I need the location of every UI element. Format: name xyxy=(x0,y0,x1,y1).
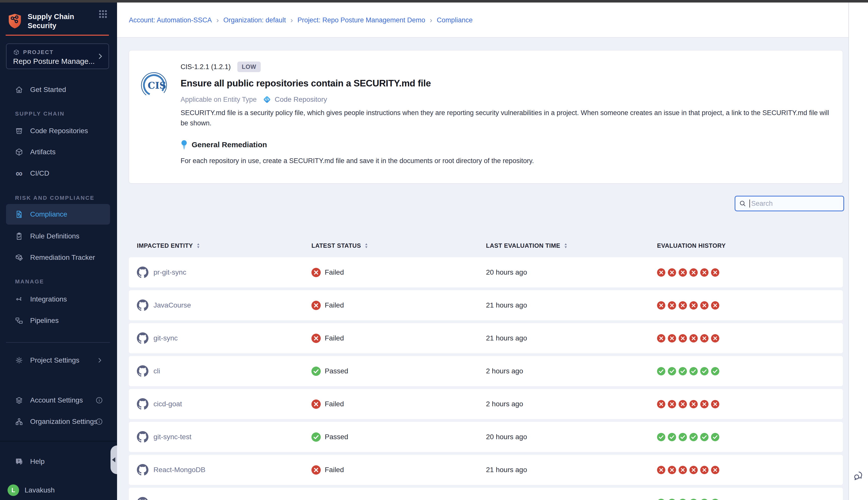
sidebar-collapse-handle[interactable] xyxy=(111,445,117,474)
app-root: Supply Chain Security PROJECT Repo Postu… xyxy=(0,0,868,500)
status-label: Failed xyxy=(325,334,344,342)
history-passed-icon xyxy=(690,433,698,441)
evaluation-history xyxy=(657,422,719,452)
table-row[interactable]: cicd-goat Failed 2 hours ago xyxy=(129,389,843,419)
github-icon xyxy=(137,266,148,278)
entity-name: git-sync xyxy=(153,334,177,342)
history-passed-icon xyxy=(711,499,719,500)
entity-cell[interactable]: cli xyxy=(137,356,160,386)
entity-type-value: Code Repository xyxy=(275,95,327,103)
breadcrumb-project[interactable]: Project: Repo Posture Management Demo xyxy=(297,16,425,24)
sidebar-item-label: Pipelines xyxy=(30,317,59,325)
entity-name: React-MongoDB xyxy=(153,466,206,474)
remediation-heading-row: General Remediation xyxy=(181,140,267,149)
status-cell: Failed xyxy=(311,323,344,353)
history-passed-icon xyxy=(690,367,698,375)
sidebar-item-remediation-tracker[interactable]: Remediation Tracker xyxy=(6,250,110,265)
sidebar: Supply Chain Security PROJECT Repo Postu… xyxy=(0,2,117,500)
sidebar-item-label: Account Settings xyxy=(30,396,83,404)
sidebar-item-label: Remediation Tracker xyxy=(30,253,95,262)
app-title: Supply Chain Security xyxy=(27,12,74,30)
history-failed-icon xyxy=(657,334,665,342)
user-menu[interactable]: L Lavakush xyxy=(0,482,110,498)
evaluation-history xyxy=(657,323,719,353)
table-row[interactable]: cli Passed 2 hours ago xyxy=(129,356,843,386)
entity-name: pr-git-sync xyxy=(153,268,186,276)
breadcrumb: Account: Automation-SSCA › Organization:… xyxy=(129,2,473,38)
cis-logo-text: CIS xyxy=(148,80,166,91)
sidebar-item-label: Get Started xyxy=(30,86,66,94)
table-row[interactable]: git-sync-test Passed 20 hours ago xyxy=(129,422,843,452)
entity-cell[interactable]: git-sync xyxy=(137,323,177,353)
history-failed-icon xyxy=(679,301,687,309)
sidebar-item-label: Project Settings xyxy=(30,356,79,364)
shield-logo-icon xyxy=(8,13,22,29)
entity-cell[interactable]: cicd-goat xyxy=(137,389,182,419)
sort-icon[interactable] xyxy=(364,242,368,249)
breadcrumb-organization[interactable]: Organization: default xyxy=(223,16,286,24)
sidebar-item-code-repositories[interactable]: Code Repositories xyxy=(6,123,110,139)
sidebar-item-cicd[interactable]: ∞ CI/CD xyxy=(6,165,110,181)
table-row[interactable]: git-sync Failed 21 hours ago xyxy=(129,323,843,353)
status-icon xyxy=(311,334,321,343)
pipelines-icon xyxy=(14,316,24,325)
entity-name: cicd-goat xyxy=(153,400,182,408)
sidebar-item-compliance[interactable]: Compliance xyxy=(6,204,110,225)
sidebar-item-help[interactable]: ? Help xyxy=(6,454,110,469)
integrations-icon xyxy=(14,295,24,304)
sidebar-item-integrations[interactable]: Integrations xyxy=(6,291,110,307)
sort-icon[interactable] xyxy=(196,242,200,249)
sidebar-item-account-settings[interactable]: Account Settings xyxy=(6,392,110,408)
history-failed-icon xyxy=(700,400,708,408)
entity-cell[interactable] xyxy=(137,488,153,500)
status-cell: Failed xyxy=(311,389,344,419)
sidebar-item-label: Compliance xyxy=(30,210,67,218)
history-passed-icon xyxy=(690,499,698,500)
cis-logo: CIS xyxy=(140,70,167,100)
evaluation-history xyxy=(657,488,719,500)
entity-cell[interactable]: JavaCourse xyxy=(137,290,191,320)
box-pencil-icon xyxy=(14,253,24,262)
breadcrumb-compliance[interactable]: Compliance xyxy=(437,16,473,24)
sort-icon[interactable] xyxy=(564,242,568,249)
sidebar-item-organization-settings[interactable]: Organization Settings xyxy=(6,413,110,430)
sidebar-item-project-settings[interactable]: Project Settings xyxy=(6,352,110,368)
evaluation-time: 2 hours ago xyxy=(486,389,523,419)
status-icon xyxy=(311,301,321,310)
history-failed-icon xyxy=(711,268,719,277)
app-grid-icon[interactable] xyxy=(98,9,108,19)
sidebar-item-get-started[interactable]: Get Started xyxy=(6,82,110,98)
sidebar-item-artifacts[interactable]: Artifacts xyxy=(6,144,110,160)
status-cell: Failed xyxy=(311,290,344,320)
table-row[interactable] xyxy=(129,488,843,500)
sidebar-item-rule-definitions[interactable]: Rule Definitions xyxy=(6,228,110,244)
info-icon[interactable] xyxy=(95,418,103,425)
entity-name: JavaCourse xyxy=(153,301,191,309)
history-failed-icon xyxy=(657,466,665,474)
history-passed-icon xyxy=(668,499,676,500)
gear-icon xyxy=(14,356,24,365)
history-failed-icon xyxy=(668,334,676,342)
entity-name: cli xyxy=(153,367,160,375)
evaluation-history xyxy=(657,257,719,287)
search-input[interactable] xyxy=(750,200,835,208)
breadcrumb-account[interactable]: Account: Automation-SSCA xyxy=(129,16,212,24)
chat-support-icon[interactable] xyxy=(853,469,865,482)
sidebar-item-pipelines[interactable]: Pipelines xyxy=(6,312,110,329)
table-row[interactable]: JavaCourse Failed 21 hours ago xyxy=(129,290,843,320)
page-header: Account: Automation-SSCA › Organization:… xyxy=(117,2,848,38)
code-repository-diamond-icon xyxy=(262,95,272,104)
history-passed-icon xyxy=(700,433,708,441)
org-chart-gear-icon xyxy=(14,417,24,426)
github-icon xyxy=(137,398,148,410)
table-row[interactable]: pr-git-sync Failed 20 hours ago xyxy=(129,257,843,287)
table-row[interactable]: React-MongoDB Failed 21 hours ago xyxy=(129,455,843,485)
entity-cell[interactable]: React-MongoDB xyxy=(137,455,206,485)
info-icon[interactable] xyxy=(95,397,103,404)
entity-cell[interactable]: pr-git-sync xyxy=(137,257,186,287)
project-selector[interactable]: PROJECT Repo Posture Manage... xyxy=(6,44,109,69)
remediation-text: For each repository in use, create a SEC… xyxy=(181,157,831,165)
history-failed-icon xyxy=(668,268,676,277)
entity-cell[interactable]: git-sync-test xyxy=(137,422,192,452)
history-passed-icon xyxy=(679,367,687,375)
